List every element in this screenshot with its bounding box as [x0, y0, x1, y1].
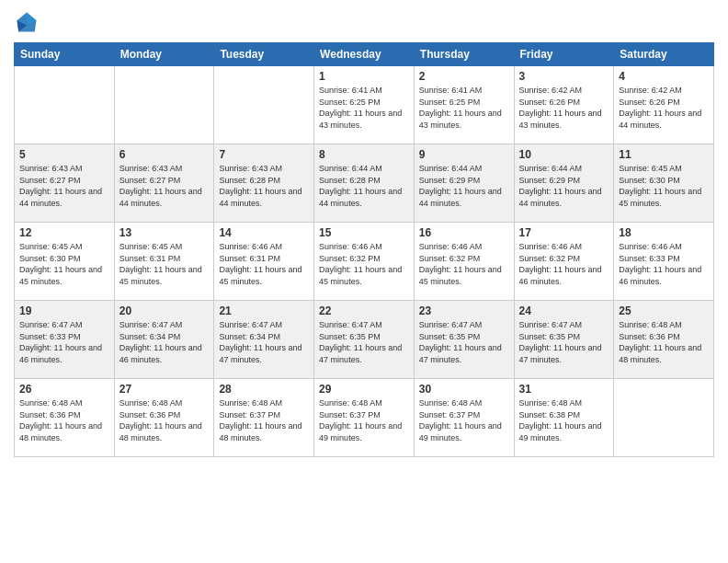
calendar-cell: 4Sunrise: 6:42 AM Sunset: 6:26 PM Daylig…	[614, 66, 714, 144]
day-info: Sunrise: 6:47 AM Sunset: 6:35 PM Dayligh…	[519, 319, 609, 365]
day-number: 25	[619, 304, 709, 317]
day-info: Sunrise: 6:43 AM Sunset: 6:28 PM Dayligh…	[219, 163, 309, 209]
calendar-cell: 20Sunrise: 6:47 AM Sunset: 6:34 PM Dayli…	[114, 301, 214, 379]
day-info: Sunrise: 6:46 AM Sunset: 6:31 PM Dayligh…	[219, 241, 309, 287]
logo	[14, 9, 43, 35]
calendar-cell: 23Sunrise: 6:47 AM Sunset: 6:35 PM Dayli…	[414, 301, 514, 379]
day-info: Sunrise: 6:42 AM Sunset: 6:26 PM Dayligh…	[519, 85, 609, 131]
calendar-cell: 27Sunrise: 6:48 AM Sunset: 6:36 PM Dayli…	[114, 379, 214, 457]
day-info: Sunrise: 6:48 AM Sunset: 6:36 PM Dayligh…	[19, 397, 109, 443]
calendar-cell: 9Sunrise: 6:44 AM Sunset: 6:29 PM Daylig…	[414, 144, 514, 223]
calendar-cell: 28Sunrise: 6:48 AM Sunset: 6:37 PM Dayli…	[214, 379, 314, 457]
day-info: Sunrise: 6:47 AM Sunset: 6:33 PM Dayligh…	[19, 319, 109, 365]
calendar-table: SundayMondayTuesdayWednesdayThursdayFrid…	[14, 42, 714, 457]
weekday-header-saturday: Saturday	[614, 43, 714, 66]
calendar-cell: 5Sunrise: 6:43 AM Sunset: 6:27 PM Daylig…	[15, 144, 115, 223]
day-number: 10	[519, 148, 609, 161]
day-number: 19	[19, 304, 109, 317]
calendar-cell: 22Sunrise: 6:47 AM Sunset: 6:35 PM Dayli…	[314, 301, 415, 379]
day-info: Sunrise: 6:46 AM Sunset: 6:32 PM Dayligh…	[519, 241, 609, 287]
page: SundayMondayTuesdayWednesdayThursdayFrid…	[0, 0, 728, 563]
day-number: 26	[19, 383, 109, 396]
day-info: Sunrise: 6:43 AM Sunset: 6:27 PM Dayligh…	[119, 163, 210, 209]
day-number: 21	[219, 304, 309, 317]
day-info: Sunrise: 6:42 AM Sunset: 6:26 PM Dayligh…	[619, 85, 709, 131]
day-number: 17	[519, 226, 609, 239]
calendar-cell: 7Sunrise: 6:43 AM Sunset: 6:28 PM Daylig…	[214, 144, 314, 223]
calendar-cell: 6Sunrise: 6:43 AM Sunset: 6:27 PM Daylig…	[114, 144, 214, 223]
calendar-cell: 21Sunrise: 6:47 AM Sunset: 6:34 PM Dayli…	[214, 301, 314, 379]
day-info: Sunrise: 6:41 AM Sunset: 6:25 PM Dayligh…	[419, 85, 509, 131]
day-info: Sunrise: 6:46 AM Sunset: 6:32 PM Dayligh…	[419, 241, 509, 287]
calendar-cell: 26Sunrise: 6:48 AM Sunset: 6:36 PM Dayli…	[15, 379, 115, 457]
calendar-cell: 14Sunrise: 6:46 AM Sunset: 6:31 PM Dayli…	[214, 223, 314, 301]
day-info: Sunrise: 6:48 AM Sunset: 6:38 PM Dayligh…	[519, 397, 609, 443]
day-number: 8	[319, 148, 409, 161]
logo-icon	[14, 9, 40, 35]
day-info: Sunrise: 6:47 AM Sunset: 6:34 PM Dayligh…	[119, 319, 210, 365]
calendar-cell: 12Sunrise: 6:45 AM Sunset: 6:30 PM Dayli…	[15, 223, 115, 301]
calendar-week-2: 5Sunrise: 6:43 AM Sunset: 6:27 PM Daylig…	[15, 144, 714, 223]
weekday-header-tuesday: Tuesday	[214, 43, 314, 66]
day-info: Sunrise: 6:47 AM Sunset: 6:34 PM Dayligh…	[219, 319, 309, 365]
weekday-header-wednesday: Wednesday	[314, 43, 415, 66]
day-number: 20	[119, 304, 210, 317]
calendar-cell: 31Sunrise: 6:48 AM Sunset: 6:38 PM Dayli…	[514, 379, 614, 457]
day-info: Sunrise: 6:46 AM Sunset: 6:32 PM Dayligh…	[319, 241, 409, 287]
day-number: 1	[319, 70, 409, 83]
day-number: 14	[219, 226, 309, 239]
day-number: 15	[319, 226, 409, 239]
day-info: Sunrise: 6:48 AM Sunset: 6:36 PM Dayligh…	[619, 319, 709, 365]
day-number: 30	[419, 383, 509, 396]
day-number: 3	[519, 70, 609, 83]
calendar-cell: 29Sunrise: 6:48 AM Sunset: 6:37 PM Dayli…	[314, 379, 415, 457]
calendar-cell	[214, 66, 314, 144]
day-info: Sunrise: 6:48 AM Sunset: 6:36 PM Dayligh…	[119, 397, 210, 443]
day-info: Sunrise: 6:47 AM Sunset: 6:35 PM Dayligh…	[319, 319, 409, 365]
day-info: Sunrise: 6:44 AM Sunset: 6:29 PM Dayligh…	[419, 163, 509, 209]
calendar-cell: 17Sunrise: 6:46 AM Sunset: 6:32 PM Dayli…	[514, 223, 614, 301]
day-number: 18	[619, 226, 709, 239]
day-number: 22	[319, 304, 409, 317]
weekday-header-monday: Monday	[114, 43, 214, 66]
day-number: 29	[319, 383, 409, 396]
day-info: Sunrise: 6:44 AM Sunset: 6:29 PM Dayligh…	[519, 163, 609, 209]
day-number: 16	[419, 226, 509, 239]
day-number: 28	[219, 383, 309, 396]
calendar-cell: 2Sunrise: 6:41 AM Sunset: 6:25 PM Daylig…	[414, 66, 514, 144]
day-number: 31	[519, 383, 609, 396]
day-number: 23	[419, 304, 509, 317]
day-info: Sunrise: 6:48 AM Sunset: 6:37 PM Dayligh…	[219, 397, 309, 443]
calendar-cell: 18Sunrise: 6:46 AM Sunset: 6:33 PM Dayli…	[614, 223, 714, 301]
calendar-cell: 1Sunrise: 6:41 AM Sunset: 6:25 PM Daylig…	[314, 66, 415, 144]
calendar-cell: 3Sunrise: 6:42 AM Sunset: 6:26 PM Daylig…	[514, 66, 614, 144]
calendar-cell	[15, 66, 115, 144]
day-number: 24	[519, 304, 609, 317]
calendar-cell: 30Sunrise: 6:48 AM Sunset: 6:37 PM Dayli…	[414, 379, 514, 457]
header	[14, 9, 714, 35]
day-number: 2	[419, 70, 509, 83]
day-info: Sunrise: 6:48 AM Sunset: 6:37 PM Dayligh…	[419, 397, 509, 443]
day-info: Sunrise: 6:44 AM Sunset: 6:28 PM Dayligh…	[319, 163, 409, 209]
calendar-cell	[614, 379, 714, 457]
calendar-week-5: 26Sunrise: 6:48 AM Sunset: 6:36 PM Dayli…	[15, 379, 714, 457]
day-info: Sunrise: 6:46 AM Sunset: 6:33 PM Dayligh…	[619, 241, 709, 287]
weekday-header-thursday: Thursday	[414, 43, 514, 66]
day-number: 9	[419, 148, 509, 161]
calendar-week-3: 12Sunrise: 6:45 AM Sunset: 6:30 PM Dayli…	[15, 223, 714, 301]
calendar-cell: 24Sunrise: 6:47 AM Sunset: 6:35 PM Dayli…	[514, 301, 614, 379]
day-number: 12	[19, 226, 109, 239]
calendar-cell: 13Sunrise: 6:45 AM Sunset: 6:31 PM Dayli…	[114, 223, 214, 301]
calendar-cell: 16Sunrise: 6:46 AM Sunset: 6:32 PM Dayli…	[414, 223, 514, 301]
day-number: 7	[219, 148, 309, 161]
calendar-week-4: 19Sunrise: 6:47 AM Sunset: 6:33 PM Dayli…	[15, 301, 714, 379]
day-info: Sunrise: 6:48 AM Sunset: 6:37 PM Dayligh…	[319, 397, 409, 443]
day-info: Sunrise: 6:45 AM Sunset: 6:30 PM Dayligh…	[619, 163, 709, 209]
day-number: 13	[119, 226, 210, 239]
day-info: Sunrise: 6:45 AM Sunset: 6:31 PM Dayligh…	[119, 241, 210, 287]
day-info: Sunrise: 6:43 AM Sunset: 6:27 PM Dayligh…	[19, 163, 109, 209]
calendar-cell	[114, 66, 214, 144]
weekday-header-sunday: Sunday	[15, 43, 115, 66]
day-number: 27	[119, 383, 210, 396]
day-number: 6	[119, 148, 210, 161]
